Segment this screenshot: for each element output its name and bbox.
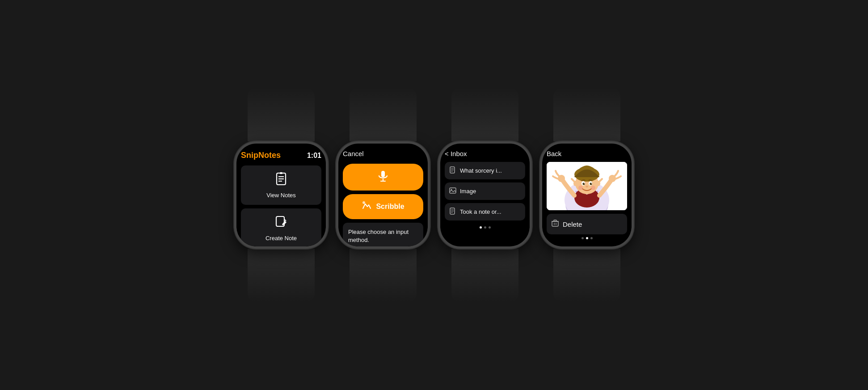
- doc-icon-1: [449, 166, 456, 175]
- note-label-3: Took a note or...: [460, 208, 501, 215]
- time-display: 1:01: [307, 152, 321, 160]
- svg-point-29: [583, 183, 585, 185]
- app-title: SnipNotes: [241, 151, 281, 160]
- watch-3: < Inbox What sorcery i...: [438, 88, 532, 302]
- delete-button[interactable]: Delete: [547, 214, 627, 234]
- band-top-3: [451, 88, 518, 141]
- page-dots-4: [547, 234, 627, 242]
- screen-inbox: < Inbox What sorcery i...: [440, 144, 530, 246]
- screen-home: SnipNotes 1:01 View Notes: [236, 144, 326, 246]
- voice-button[interactable]: [343, 164, 423, 191]
- mic-icon: [377, 170, 389, 184]
- delete-label: Delete: [563, 220, 582, 228]
- svg-rect-40: [552, 221, 558, 226]
- watch-4: Back: [540, 88, 634, 302]
- band-top-1: [248, 88, 315, 141]
- svg-point-31: [584, 183, 585, 184]
- band-bottom-2: [350, 249, 417, 302]
- trash-icon: [551, 219, 559, 229]
- dot-3-3: [489, 226, 491, 229]
- svg-rect-42: [554, 220, 556, 221]
- dot-3-1: [480, 226, 482, 229]
- svg-point-34: [578, 186, 583, 190]
- cancel-button[interactable]: Cancel: [343, 150, 423, 157]
- create-note-button[interactable]: Create Note: [241, 208, 321, 246]
- svg-point-35: [591, 186, 595, 190]
- band-top-4: [553, 88, 620, 141]
- edit-icon: [274, 215, 288, 232]
- screen-detail: Back: [542, 144, 632, 246]
- note-label-2: Image: [460, 188, 476, 195]
- watch-case-3: < Inbox What sorcery i...: [438, 141, 532, 249]
- detail-back-nav[interactable]: Back: [547, 150, 627, 157]
- band-bottom-4: [553, 249, 620, 302]
- svg-rect-7: [381, 171, 385, 177]
- scribble-label: Scribble: [376, 203, 404, 211]
- input-method-prompt: Please choose an input method.: [343, 223, 423, 246]
- svg-rect-4: [280, 172, 282, 174]
- document-icon: [274, 172, 288, 189]
- dot-3-2: [484, 226, 486, 229]
- crown-4: [633, 179, 634, 195]
- doc-icon-2: [449, 208, 456, 216]
- watch-case-1: SnipNotes 1:01 View Notes: [234, 141, 328, 249]
- dot-4-1: [581, 237, 584, 239]
- watch-case-2: Cancel Scribb: [336, 141, 430, 249]
- watch-case-4: Back: [540, 141, 634, 249]
- cartoon-svg: [547, 162, 627, 210]
- svg-point-10: [362, 201, 365, 204]
- view-notes-label: View Notes: [266, 192, 296, 199]
- watch-2: Cancel Scribb: [336, 88, 430, 302]
- dot-4-3: [590, 237, 593, 239]
- img-icon-1: [449, 187, 456, 195]
- svg-line-6: [285, 220, 286, 221]
- svg-point-32: [591, 183, 592, 184]
- note-item-2[interactable]: Image: [445, 182, 525, 200]
- note-label-1: What sorcery i...: [460, 167, 502, 174]
- view-notes-button[interactable]: View Notes: [241, 165, 321, 205]
- svg-rect-15: [450, 188, 456, 193]
- crown-1: [328, 179, 328, 195]
- note-item-1[interactable]: What sorcery i...: [445, 162, 525, 179]
- band-bottom-1: [248, 249, 315, 302]
- scribble-button[interactable]: Scribble: [343, 194, 423, 219]
- image-preview: [547, 162, 627, 210]
- dot-4-2: [586, 237, 588, 239]
- scribble-icon: [362, 200, 372, 213]
- band-bottom-3: [451, 249, 518, 302]
- crown-3: [531, 179, 532, 195]
- inbox-back-nav[interactable]: < Inbox: [445, 150, 525, 157]
- watch-1: SnipNotes 1:01 View Notes: [234, 88, 328, 302]
- create-note-label: Create Note: [265, 235, 297, 242]
- crown-2: [430, 179, 430, 195]
- home-header: SnipNotes 1:01: [241, 151, 321, 160]
- svg-point-30: [590, 183, 592, 185]
- note-item-3[interactable]: Took a note or...: [445, 203, 525, 220]
- svg-point-33: [586, 186, 588, 187]
- screen-create: Cancel Scribb: [338, 144, 428, 246]
- page-dots-3: [445, 224, 525, 231]
- band-top-2: [350, 88, 417, 141]
